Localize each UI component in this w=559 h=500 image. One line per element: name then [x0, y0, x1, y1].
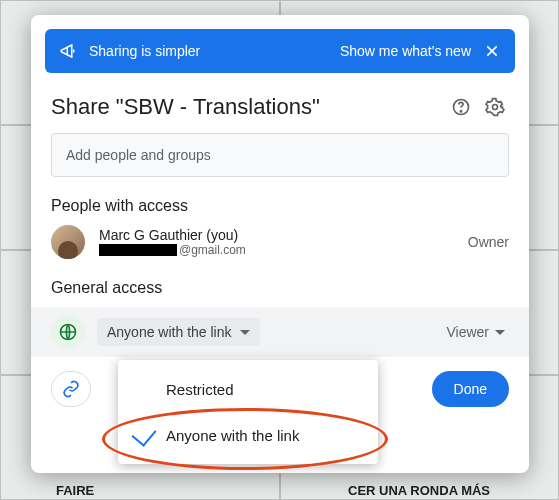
add-people-input[interactable]: Add people and groups [51, 133, 509, 177]
done-button[interactable]: Done [432, 371, 509, 407]
people-access-heading: People with access [51, 197, 509, 215]
permission-dropdown-button[interactable]: Viewer [446, 324, 509, 340]
megaphone-icon [59, 42, 77, 60]
access-level-menu: Restricted Anyone with the link [118, 360, 378, 464]
dialog-title: Share "SBW - Translations" [51, 94, 441, 120]
person-name: Marc G Gauthier (you) [99, 227, 454, 243]
banner-close-button[interactable] [483, 42, 501, 60]
access-option-restricted[interactable]: Restricted [118, 366, 378, 412]
access-level-label: Anyone with the link [107, 324, 232, 340]
person-email: @gmail.com [99, 243, 454, 257]
help-button[interactable] [447, 93, 475, 121]
general-access-heading: General access [51, 279, 509, 297]
banner-message: Sharing is simpler [89, 43, 200, 59]
info-banner: Sharing is simpler Show me what's new [45, 29, 515, 73]
person-role: Owner [468, 234, 509, 250]
avatar [51, 225, 85, 259]
copy-link-button[interactable] [51, 371, 91, 407]
add-people-placeholder: Add people and groups [66, 147, 211, 163]
banner-cta-link[interactable]: Show me what's new [340, 43, 471, 59]
bg-text-right: CER UNA RONDA MÁS [348, 483, 490, 498]
person-row: Marc G Gauthier (you) @gmail.com Owner [31, 225, 529, 259]
settings-button[interactable] [481, 93, 509, 121]
chevron-down-icon [240, 330, 250, 335]
permission-label: Viewer [446, 324, 489, 340]
chevron-down-icon [495, 330, 505, 335]
general-access-row: Anyone with the link Viewer [31, 307, 529, 357]
svg-point-2 [493, 105, 498, 110]
access-option-anyone-link[interactable]: Anyone with the link [118, 412, 378, 458]
access-level-dropdown-button[interactable]: Anyone with the link [97, 318, 260, 346]
globe-icon [51, 315, 85, 349]
redacted-email-prefix [99, 244, 177, 256]
svg-point-1 [460, 111, 461, 112]
bg-text-left: FAIRE [56, 483, 94, 498]
